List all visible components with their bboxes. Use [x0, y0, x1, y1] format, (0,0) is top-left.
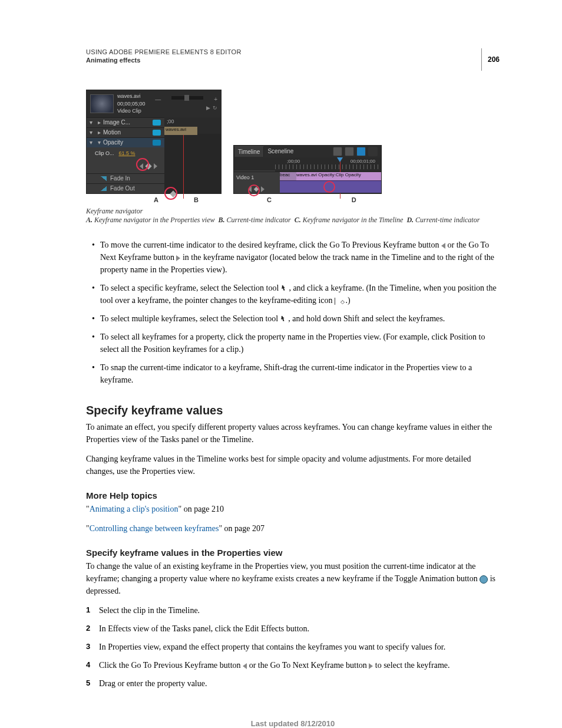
- help-link-row: "Controlling change between keyframes" o…: [86, 522, 500, 535]
- keyframe-navigator: [87, 159, 164, 173]
- callout-circle-d: [323, 181, 335, 193]
- help-link[interactable]: Animating a clip's position: [90, 505, 178, 513]
- keyframe-editing-icon: [335, 298, 343, 305]
- plus-icon: +: [214, 96, 217, 103]
- prev-keyframe-icon: [441, 243, 445, 249]
- figure-caption: Keyframe navigator A. Keyframe navigator…: [86, 207, 500, 225]
- loop-icon[interactable]: ↻: [213, 105, 217, 111]
- section-heading: Specify keyframe values: [86, 404, 500, 417]
- instruction-list: To move the current-time indicator to th…: [86, 239, 500, 386]
- opacity-value[interactable]: 61.5 %: [119, 150, 135, 156]
- timeline-clip-2[interactable]: waves.avi Opacity:Clip Opacity: [296, 172, 381, 180]
- fade-out-icon: [101, 186, 107, 191]
- more-help-heading: More Help topics: [86, 490, 500, 500]
- toggle-animation-icon: [480, 575, 488, 584]
- list-item: To select a specific keyframe, select th…: [86, 282, 500, 307]
- stopwatch-icon[interactable]: [153, 140, 161, 146]
- razor-tool-icon[interactable]: [345, 147, 354, 156]
- next-keyframe-icon[interactable]: [154, 163, 157, 169]
- current-time-indicator[interactable]: [183, 128, 184, 199]
- expand-icon[interactable]: ▸: [95, 129, 103, 136]
- mini-timeline-ruler[interactable]: ;00 waves.avi: [164, 117, 221, 134]
- figure: waves.avi 00;00;05;00 Video Clip — + ▶ ↻: [86, 90, 500, 225]
- steps-list: Select the clip in the Timeline. In Effe…: [86, 604, 500, 690]
- effect-image-control[interactable]: Image C...: [103, 119, 153, 126]
- mini-clip: waves.avi: [164, 127, 197, 135]
- tab-sceneline[interactable]: Sceneline: [264, 146, 297, 156]
- collapse-icon[interactable]: ▾: [87, 129, 95, 136]
- running-header: USING ADOBE PREMIERE ELEMENTS 8 EDITOR A…: [86, 48, 500, 64]
- play-icon[interactable]: ▶: [206, 105, 210, 111]
- time-label-0: ;00;00: [287, 159, 300, 164]
- selection-tool-icon: [280, 316, 286, 323]
- expand-icon[interactable]: ▸: [95, 119, 103, 126]
- clip-type: Video Clip: [117, 107, 151, 115]
- reset-icon[interactable]: [153, 120, 161, 126]
- body-text: To animate an effect, you specify differ…: [86, 421, 500, 446]
- tab-timeline[interactable]: Timeline: [234, 146, 264, 157]
- step-item: In Effects view of the Tasks panel, clic…: [86, 622, 500, 635]
- collapse-icon[interactable]: ▾: [87, 139, 95, 146]
- selection-tool-icon[interactable]: [333, 147, 342, 156]
- subsection-heading: Specify keyframe values in the Propertie…: [86, 548, 500, 558]
- callout-circle-a: [136, 158, 149, 171]
- selection-tool-icon: [281, 285, 287, 292]
- next-keyframe-icon[interactable]: [261, 186, 265, 192]
- footer-updated: Last updated 8/12/2010: [86, 719, 500, 728]
- callout-circle-c: [248, 185, 260, 196]
- fade-in-icon: [101, 176, 107, 181]
- zoom-slider-icon[interactable]: [368, 147, 378, 156]
- timeline-clip-1[interactable]: beac: [280, 172, 296, 180]
- help-link[interactable]: Controlling change between keyframes: [90, 524, 219, 533]
- help-link-row: "Animating a clip's position" on page 21…: [86, 503, 500, 515]
- thumbnail-icon: [90, 94, 114, 113]
- timeline-ruler[interactable]: ;00;00 00;00;01;00: [275, 157, 381, 172]
- header-section: Animating effects: [86, 57, 500, 64]
- effect-motion[interactable]: Motion: [103, 129, 153, 136]
- step-item: In Properties view, expand the effect pr…: [86, 641, 500, 653]
- opacity-property-label[interactable]: Clip O...: [95, 150, 114, 156]
- timeline-panel: Timeline Sceneline ;00;00 00;00;01;00: [233, 145, 382, 194]
- tab-bar: Timeline Sceneline: [234, 146, 381, 157]
- step-item: Drag or enter the property value.: [86, 677, 500, 690]
- list-item: To select multiple keyframes, select the…: [86, 312, 500, 325]
- body-text: Changing keyframe values in the Timeline…: [86, 453, 500, 477]
- fade-out-button[interactable]: Fade Out: [110, 185, 135, 192]
- fade-in-button[interactable]: Fade In: [110, 175, 130, 182]
- figure-label-c: C: [267, 196, 272, 203]
- clip-name: waves.avi: [117, 93, 151, 100]
- collapse-icon[interactable]: ▾: [87, 119, 95, 126]
- reset-icon[interactable]: [153, 130, 161, 136]
- track-name: Video 1: [236, 174, 277, 180]
- clip-time: 00;00;05;00: [117, 100, 151, 108]
- zoom-slider[interactable]: [171, 96, 203, 100]
- effect-opacity[interactable]: Opacity: [103, 139, 153, 146]
- list-item: To move the current-time indicator to th…: [86, 239, 500, 276]
- callout-circle-b: [164, 187, 177, 200]
- figure-label-b: B: [194, 196, 199, 203]
- minus-icon: —: [155, 96, 161, 103]
- page-number: 206: [481, 48, 500, 71]
- list-item: To select all keyframes for a property, …: [86, 331, 500, 355]
- header-product: USING ADOBE PREMIERE ELEMENTS 8 EDITOR: [86, 48, 500, 55]
- figure-label-a: A: [154, 196, 158, 203]
- ruler-start: ;00: [167, 118, 174, 124]
- step-item: Click the Go To Previous Keyframe button…: [86, 659, 500, 671]
- properties-panel: waves.avi 00;00;05;00 Video Clip — + ▶ ↻: [86, 90, 222, 194]
- figure-label-d: D: [352, 196, 356, 203]
- step-item: Select the clip in the Timeline.: [86, 604, 500, 617]
- marker-tool-icon[interactable]: [356, 147, 366, 156]
- list-item: To snap the current-time indicator to a …: [86, 361, 500, 386]
- time-label-1: 00;00;01;00: [351, 159, 375, 164]
- body-text: To change the value of an existing keyfr…: [86, 560, 500, 597]
- expand-icon[interactable]: ▾: [95, 139, 103, 146]
- timeline-clip-graph[interactable]: [280, 180, 381, 193]
